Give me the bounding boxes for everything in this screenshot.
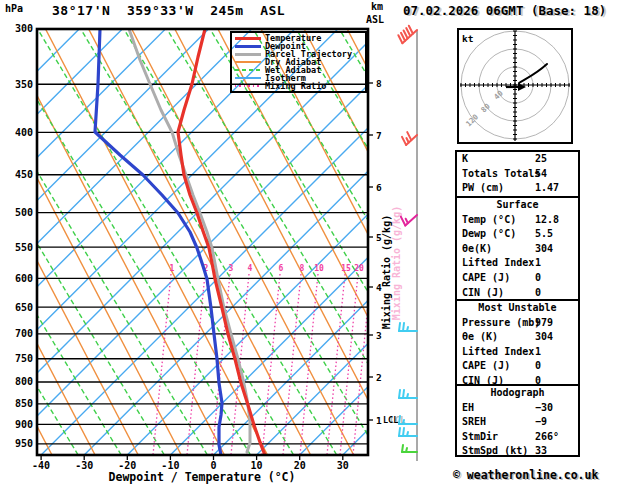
panel-row-label: Lifted Index [462, 257, 534, 268]
pressure-unit-label: hPa [5, 3, 23, 14]
panel-row-value: 979 [535, 316, 553, 331]
barb-feather [403, 390, 404, 398]
altitude-unit-km: km [371, 1, 383, 12]
pressure-tick-label: 850 [15, 398, 33, 409]
km-tick-label: 8 [376, 78, 382, 89]
legend-item: Mixing Ratio [235, 82, 365, 90]
wind-barb [399, 323, 417, 331]
mixing-ratio-line [153, 274, 171, 455]
panel-section-header: Most Unstable [457, 301, 578, 316]
hodograph: 4080120 kt [457, 28, 574, 145]
wind-barb [399, 390, 417, 398]
wind-barb [402, 445, 417, 452]
mixing-axis-label-shadow: Mixing Ratio (g/kg) [391, 206, 402, 320]
panel-row-label: CIN (J) [462, 375, 504, 386]
panel-row-label: θe (K) [462, 331, 498, 342]
panel-row-label: Dewp (°C) [462, 228, 516, 239]
mixing-ratio-line [283, 274, 301, 455]
barb-feather [406, 448, 407, 452]
panel-row: CAPE (J)0 [457, 359, 578, 374]
mixing-axis-label: Mixing Ratio (g/kg) [381, 215, 392, 329]
barb-feather [407, 327, 408, 331]
mixing-ratio-value: 1 [170, 264, 175, 273]
panel-row: Temp (°C)12.8 [457, 213, 578, 228]
barb-feather [403, 420, 404, 424]
panel-row-label: Lifted Index [462, 346, 534, 357]
legend: TemperatureDewpointParcel TrajectoryDry … [230, 31, 367, 93]
panel-section: SurfaceTemp (°C)12.8Dewp (°C)5.5θe(K)304… [455, 196, 580, 301]
panel-row: CIN (J)0 [457, 286, 578, 301]
barb-feather [406, 138, 408, 142]
panel-row-label: PW (cm) [462, 182, 504, 193]
mixing-ratio-value: 6 [279, 264, 284, 273]
barb-feather [399, 428, 400, 436]
panel-row: PW (cm)1.47 [457, 181, 578, 196]
panel-row: Dewp (°C)5.5 [457, 227, 578, 242]
legend-line-sample [235, 69, 261, 71]
panel-row: EH−30 [457, 401, 578, 416]
legend-line-sample [235, 53, 261, 56]
barb-feather [403, 323, 404, 331]
panel-row: θe(K)304 [457, 242, 578, 257]
wind-barb [401, 215, 417, 226]
panel-row-value: 0 [535, 271, 541, 286]
pressure-tick-label: 550 [15, 242, 33, 253]
lcl-label: LCL [383, 415, 398, 425]
legend-line-sample [235, 37, 261, 40]
panel-row: CAPE (J)0 [457, 271, 578, 286]
panel-row-label: CIN (J) [462, 287, 504, 298]
panel-row-value: 0 [535, 286, 541, 301]
pressure-tick-label: 400 [15, 127, 33, 138]
panel-row-value: 12.8 [535, 213, 559, 228]
pressure-tick-label: 650 [15, 302, 33, 313]
barb-feather [407, 432, 408, 436]
temp-tick-label: 30 [337, 460, 349, 471]
altitude-unit-asl: ASL [366, 14, 384, 25]
barb-feather [402, 445, 403, 452]
panel-row: Totals Totals54 [457, 167, 578, 182]
temp-tick-label: 20 [294, 460, 306, 471]
pressure-tick-label: 900 [15, 419, 33, 430]
wet-adiabat-line [598, 29, 629, 455]
indices-panel: K25Totals Totals54PW (cm)1.47SurfaceTemp… [455, 150, 580, 457]
barb-feather [406, 219, 408, 223]
panel-row-value: 54 [535, 167, 547, 182]
credit-text: © weatheronline.co.uk [453, 468, 598, 482]
panel-row-label: StmSpd (kt) [462, 445, 528, 456]
panel-row-value: 25 [535, 152, 547, 167]
run-datetime: 07.02.2026 06GMT (Base: 18) [403, 3, 606, 18]
panel-row-value: 266° [535, 430, 559, 445]
pressure-tick-label: 500 [15, 207, 33, 218]
panel-row: Pressure (mb)979 [457, 316, 578, 331]
panel-row-value: −9 [535, 415, 547, 430]
panel-row-value: 304 [535, 330, 553, 345]
panel-row-value: 0 [535, 359, 541, 374]
panel-row-value: 1 [535, 256, 541, 271]
panel-section: HodographEH−30SREH−9StmDir266°StmSpd (kt… [455, 384, 580, 457]
barb-feather [399, 416, 400, 424]
pressure-tick-label: 450 [15, 169, 33, 180]
panel-section: Most UnstablePressure (mb)979θe (K)304Li… [455, 299, 580, 386]
temp-tick-label: -40 [32, 460, 50, 471]
panel-row: StmDir266° [457, 430, 578, 445]
panel-row: StmSpd (kt)33 [457, 444, 578, 459]
mixing-ratio-value: 8 [300, 264, 305, 273]
pressure-tick-label: 350 [15, 79, 33, 90]
panel-row: CIN (J)0 [457, 374, 578, 389]
legend-line-sample [235, 77, 261, 79]
pressure-tick-label: 800 [15, 376, 33, 387]
panel-row-label: K [462, 153, 468, 164]
panel-row-value: −30 [535, 401, 553, 416]
barb-feather [399, 323, 400, 331]
panel-row-label: Totals Totals [462, 168, 540, 179]
pressure-tick-label: 950 [15, 438, 33, 449]
km-tick-label: 2 [376, 372, 382, 383]
mixing-ratio-value: 10 [314, 264, 324, 273]
panel-row: SREH−9 [457, 415, 578, 430]
mixing-ratio-value: 20 [354, 264, 364, 273]
barb-feather [407, 394, 408, 398]
pressure-tick-label: 600 [15, 273, 33, 284]
panel-row-label: EH [462, 402, 474, 413]
km-tick-label: 7 [376, 130, 382, 141]
km-tick-label: 3 [376, 330, 382, 341]
